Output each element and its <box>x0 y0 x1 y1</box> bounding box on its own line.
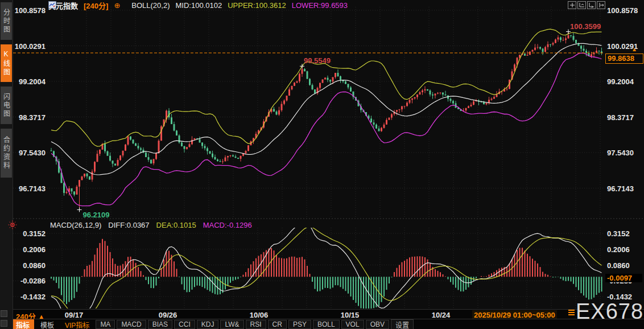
macd-dea-value: DEA:0.1015 <box>156 221 196 229</box>
indicator-toolbar: 指标模板VIP指标MAMACDBIASCCIKDJLW&RSICRPSYBOLL… <box>11 319 644 329</box>
period-label[interactable]: [240分] <box>84 0 108 11</box>
corner-icon-2[interactable] <box>1 320 7 327</box>
axis-zoom-out-icon[interactable] <box>587 1 596 9</box>
macd-diff-value: DIFF:0.0367 <box>108 221 149 229</box>
axis-label: -0.0286 <box>11 277 46 285</box>
axis-label: 98.3717 <box>607 113 642 122</box>
sidebar-tab-kline[interactable]: K线图 <box>1 44 12 82</box>
toolbar-vol[interactable]: VOL <box>341 320 364 329</box>
toolbar-boll[interactable]: BOLL <box>313 320 340 329</box>
time-tick-label: 09/26 <box>148 311 188 319</box>
toolbar-rsi[interactable]: RSI <box>246 320 266 329</box>
watermark: EX678 <box>576 299 643 324</box>
axis-label: 97.5430 <box>11 149 46 157</box>
price-annotation: 100.3599 <box>570 22 601 31</box>
time-tick-label: 09/17 <box>54 311 94 319</box>
sidebar-tab-timeshare[interactable]: 分时图 <box>1 2 12 40</box>
axis-label: 99.2004 <box>11 77 46 86</box>
toolbar-settings[interactable]: 设置 <box>391 319 414 329</box>
ex678-logo-icon <box>568 310 575 316</box>
axis-label: 100.8578 <box>11 6 46 15</box>
axis-label: 0.3152 <box>607 229 642 238</box>
axis-label: 99.2004 <box>607 77 642 86</box>
crosshair-icon[interactable] <box>568 1 576 9</box>
toolbar-ma[interactable]: MA <box>96 320 115 329</box>
macd-hist-value: MACD:-0.1296 <box>203 221 252 229</box>
toolbar-psy[interactable]: PSY <box>288 320 311 329</box>
pan-right-icon[interactable] <box>597 1 605 9</box>
price-annotation: 96.2109 <box>83 211 110 219</box>
boll-mid-value: MID:100.0102 <box>175 1 222 10</box>
axis-label: 100.0291 <box>11 42 46 51</box>
price-up-arrow-icon: ▲ <box>631 46 637 52</box>
axis-zoom-in-icon[interactable] <box>577 1 586 9</box>
trading-app-window: 分时图K线图闪电图合约资料 美元指数 [240分] ⊕ BOLL(20,2) M… <box>0 0 644 329</box>
axis-label: 100.8578 <box>607 6 642 15</box>
toolbar-kdj[interactable]: KDJ <box>197 320 219 329</box>
current-price-tag: 99.8638 <box>605 54 643 64</box>
axis-label: 97.5430 <box>607 149 642 157</box>
toolbar-cr[interactable]: CR <box>268 320 287 329</box>
axis-label: 98.3717 <box>11 113 46 122</box>
axis-label: 0.2006 <box>607 245 642 254</box>
toolbar-lwr[interactable]: LW& <box>220 320 243 329</box>
axis-label: 0.0860 <box>11 261 46 270</box>
axis-label: 0.0860 <box>607 261 642 270</box>
toolbar-indicator[interactable]: 指标 <box>11 319 34 329</box>
corner-icon-1[interactable] <box>1 310 7 317</box>
indicator-name: BOLL(20,2) <box>131 1 170 10</box>
time-tick-label: 10/06 <box>239 311 279 319</box>
time-axis: 240分 ▲ 2025/10/29 01:00~05:00 09/1709/26… <box>13 309 644 319</box>
toolbar-macd[interactable]: MACD <box>117 320 146 329</box>
time-tick-label: 10/15 <box>330 311 370 319</box>
time-tick-label: 10/24 <box>421 311 461 319</box>
toolbar-cci[interactable]: CCI <box>174 320 195 329</box>
macd-current-tag: -0.0097 <box>605 274 642 282</box>
toolbar-obv[interactable]: OBV <box>366 320 389 329</box>
macd-header: MACD(26,12,9) DIFF:0.0367 DEA:0.1015 MAC… <box>50 221 252 229</box>
axis-label: -0.1432 <box>11 293 46 301</box>
toolbar-bias[interactable]: BIAS <box>148 320 172 329</box>
axis-label: 0.3152 <box>11 229 46 238</box>
sidebar: 分时图K线图闪电图合约资料 <box>0 0 13 329</box>
axis-label: 96.7143 <box>607 184 642 193</box>
kline-chart-canvas[interactable] <box>0 0 644 329</box>
axis-label: 96.7143 <box>11 184 46 193</box>
boll-lower-value: LOWER:99.6593 <box>292 1 348 10</box>
chart-header: 美元指数 [240分] ⊕ BOLL(20,2) MID:100.0102 UP… <box>48 1 348 10</box>
sidebar-tab-flash[interactable]: 闪电图 <box>1 87 12 124</box>
alert-icon[interactable] <box>8 220 17 229</box>
sidebar-tab-contract-info[interactable]: 合约资料 <box>1 129 12 178</box>
macd-name: MACD(26,12,9) <box>50 221 101 229</box>
toolbar-template[interactable]: 模板 <box>36 319 59 329</box>
boll-upper-value: UPPER:100.3612 <box>228 1 286 10</box>
axis-label: 0.2006 <box>11 245 46 254</box>
price-annotation: 99.5549 <box>304 56 331 65</box>
toolbar-vip-indicator[interactable]: VIP指标 <box>60 319 94 329</box>
zoom-plus-icon[interactable]: ⊕ <box>114 1 120 10</box>
chart-tool-icons <box>568 1 605 9</box>
